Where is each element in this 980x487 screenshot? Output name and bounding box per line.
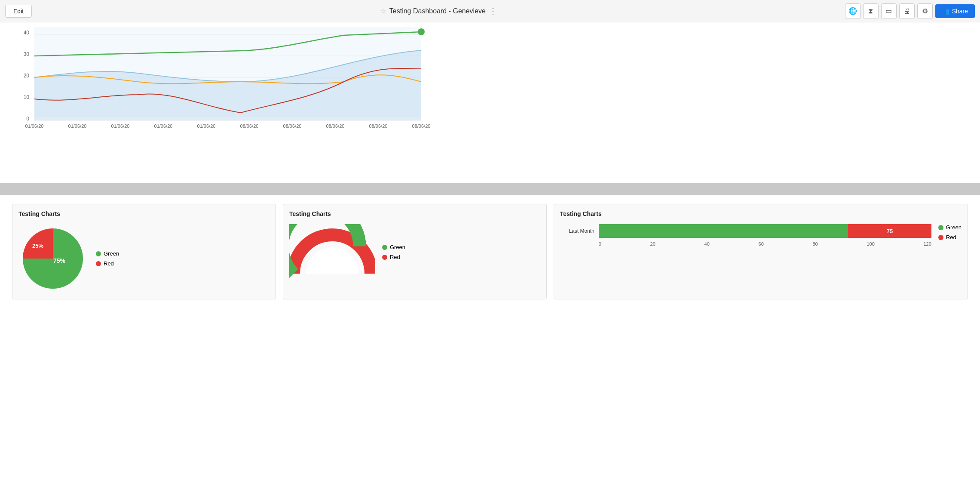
- x-axis-20: 20: [650, 241, 655, 247]
- dashboard-title: Testing Dashboard - Genevieve: [389, 7, 486, 15]
- settings-button[interactable]: ⚙: [917, 3, 933, 19]
- donut-chart-container: 75% 25% Green Red: [289, 224, 540, 280]
- share-button[interactable]: 👥 Share: [935, 4, 975, 18]
- donut-chart-svg: 75% 25%: [289, 224, 375, 280]
- filter-icon: ⧗: [868, 7, 873, 15]
- pie-chart-legend: Green Red: [96, 250, 119, 267]
- svg-text:01/06/20: 01/06/20: [154, 123, 173, 129]
- svg-text:08/06/20: 08/06/20: [283, 123, 302, 129]
- pie-chart-title: Testing Charts: [18, 210, 270, 217]
- donut-red-label: Red: [390, 254, 400, 260]
- bar-track: 75: [599, 224, 931, 238]
- donut-green-label: Green: [390, 244, 405, 250]
- pie-chart-container: 75% 25% Green Red: [18, 224, 270, 293]
- donut-chart-card: Testing Charts: [283, 204, 547, 299]
- monitor-button[interactable]: ▭: [881, 3, 897, 19]
- svg-text:01/06/20: 01/06/20: [111, 123, 130, 129]
- svg-text:30: 30: [24, 51, 30, 57]
- line-chart-section: 40 30 20 10 0 01/06/20 01/06/20 01/06/20…: [0, 22, 980, 140]
- bar-red-value: 75: [887, 228, 893, 234]
- bar-row-lastmonth: Last Month 75: [560, 224, 931, 238]
- toolbar: Edit ☆ Testing Dashboard - Genevieve ⋮ 🌐…: [0, 0, 980, 22]
- donut-chart-title: Testing Charts: [289, 210, 540, 217]
- legend-item-red: Red: [96, 260, 119, 267]
- pie-chart-card: Testing Charts 75% 25% Green: [12, 204, 276, 299]
- bottom-charts-section: Testing Charts 75% 25% Green: [0, 204, 980, 312]
- svg-text:10: 10: [24, 94, 30, 100]
- bar-legend-item-green: Green: [938, 224, 962, 231]
- bar-red-label: Red: [946, 234, 956, 240]
- green-label: Green: [104, 250, 119, 257]
- share-icon: 👥: [942, 8, 949, 15]
- donut-red-dot: [382, 255, 387, 260]
- monitor-icon: ▭: [885, 7, 892, 15]
- bar-chart-legend: Green Red: [938, 224, 962, 240]
- x-axis: 0 20 40 60 80 100 120: [599, 241, 931, 247]
- x-axis-60: 60: [759, 241, 764, 247]
- svg-text:20: 20: [24, 73, 30, 79]
- svg-text:01/06/20: 01/06/20: [68, 123, 87, 129]
- bar-green-label: Green: [946, 224, 962, 231]
- filter-button[interactable]: ⧗: [863, 3, 879, 19]
- svg-text:01/06/20: 01/06/20: [197, 123, 216, 129]
- print-button[interactable]: 🖨: [899, 3, 915, 19]
- x-axis-labels: 0 20 40 60 80 100 120: [599, 241, 931, 247]
- bar-red-segment: 75: [848, 224, 931, 238]
- donut-green-dot: [382, 245, 387, 250]
- bar-legend-item-red: Red: [938, 234, 962, 240]
- svg-text:08/06/20: 08/06/20: [240, 123, 259, 129]
- svg-text:08/06/20: 08/06/20: [326, 123, 345, 129]
- print-icon: 🖨: [903, 7, 910, 15]
- x-axis-100: 100: [867, 241, 874, 247]
- svg-text:0: 0: [26, 116, 29, 122]
- svg-point-11: [418, 28, 425, 35]
- pie-chart-svg: 75% 25%: [18, 224, 87, 293]
- bar-chart-card: Testing Charts Last Month 75 0: [554, 204, 968, 299]
- svg-text:01/06/20: 01/06/20: [25, 123, 44, 129]
- x-axis-0: 0: [599, 241, 601, 247]
- globe-icon: 🌐: [848, 7, 857, 15]
- star-icon[interactable]: ☆: [380, 7, 386, 15]
- svg-text:08/06/20: 08/06/20: [369, 123, 388, 129]
- donut-chart-legend: Green Red: [382, 244, 405, 260]
- share-label: Share: [952, 8, 968, 15]
- section-divider: [0, 183, 980, 195]
- line-chart-svg: 40 30 20 10 0 01/06/20 01/06/20 01/06/20…: [17, 27, 430, 130]
- x-axis-40: 40: [704, 241, 710, 247]
- bar-row-label: Last Month: [560, 228, 594, 234]
- toolbar-left: Edit: [5, 5, 32, 18]
- x-axis-120: 120: [923, 241, 931, 247]
- kebab-menu-icon[interactable]: ⋮: [489, 6, 497, 16]
- svg-text:40: 40: [24, 30, 30, 36]
- toolbar-center: ☆ Testing Dashboard - Genevieve ⋮: [380, 6, 497, 16]
- svg-text:75%: 75%: [315, 262, 328, 268]
- bar-green-dot: [938, 225, 943, 230]
- spacer: [0, 140, 980, 175]
- x-axis-80: 80: [812, 241, 818, 247]
- svg-text:25%: 25%: [32, 243, 43, 249]
- bar-chart-container: Last Month 75 0 20 40 60 80: [560, 224, 962, 247]
- red-label: Red: [104, 260, 114, 267]
- toolbar-right: 🌐 ⧗ ▭ 🖨 ⚙ 👥 Share: [845, 3, 975, 19]
- green-dot: [96, 251, 101, 256]
- legend-item-green: Green: [96, 250, 119, 257]
- bar-green-segment: [599, 224, 848, 238]
- svg-text:08/06/20: 08/06/20: [412, 123, 430, 129]
- bar-chart-title: Testing Charts: [560, 210, 962, 217]
- bar-red-dot: [938, 235, 943, 240]
- donut-legend-item-red: Red: [382, 254, 405, 260]
- svg-text:75%: 75%: [53, 257, 66, 264]
- globe-button[interactable]: 🌐: [845, 3, 861, 19]
- edit-button[interactable]: Edit: [5, 5, 32, 18]
- svg-text:25%: 25%: [352, 265, 364, 272]
- donut-legend-item-green: Green: [382, 244, 405, 250]
- settings-icon: ⚙: [922, 7, 928, 15]
- red-dot: [96, 261, 101, 266]
- bar-chart-inner: Last Month 75 0 20 40 60 80: [560, 224, 931, 247]
